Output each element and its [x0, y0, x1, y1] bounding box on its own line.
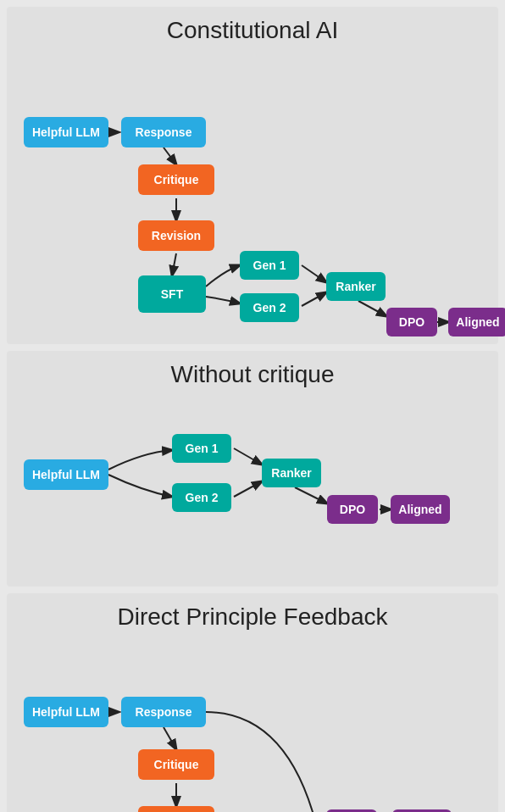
svg-line-10 — [295, 487, 327, 503]
constitutional-ai-panel: Constitutional AI — [7, 7, 498, 344]
node-dpo: DPO — [386, 308, 437, 336]
panel1-arrows — [15, 58, 490, 329]
node-gen2b: Gen 2 — [172, 483, 231, 512]
node-ranker2: Ranker — [262, 459, 321, 487]
node-aligned: Aligned — [448, 308, 505, 336]
svg-line-6 — [358, 301, 386, 316]
node-revision: Revision — [138, 220, 214, 251]
node-helpful-llm2: Helpful LLM — [24, 459, 108, 490]
node-sft: SFT — [138, 275, 206, 313]
svg-line-1 — [164, 147, 176, 164]
panel3-arrows — [15, 644, 490, 812]
node-critique3: Critique — [138, 749, 214, 780]
without-critique-panel: Without critique Helpful LLM Gen 1 Gen 2… — [7, 351, 498, 587]
svg-line-3 — [172, 253, 176, 275]
panel1-diagram: Helpful LLM Response Critique Revision S… — [15, 58, 490, 329]
node-critique: Critique — [138, 164, 214, 195]
node-ranker: Ranker — [326, 272, 386, 301]
node-response: Response — [121, 117, 206, 147]
svg-line-5 — [302, 292, 326, 306]
panel3-diagram: Helpful LLM Response Critique Revision D… — [15, 644, 490, 812]
node-gen2: Gen 2 — [240, 293, 299, 322]
panel3-title: Direct Principle Feedback — [15, 603, 490, 631]
node-gen1: Gen 1 — [240, 251, 299, 280]
node-helpful-llm: Helpful LLM — [24, 117, 108, 147]
direct-principle-feedback-panel: Direct Principle Feedback Helpful LLM Re… — [7, 593, 498, 812]
node-gen1b: Gen 1 — [172, 434, 231, 463]
panel2-title: Without critique — [15, 361, 490, 388]
svg-line-8 — [234, 448, 262, 464]
node-revision3: Revision — [138, 806, 214, 812]
svg-line-4 — [302, 265, 326, 282]
svg-line-13 — [164, 727, 176, 749]
node-dpo2: DPO — [327, 495, 378, 524]
panel2-diagram: Helpful LLM Gen 1 Gen 2 Ranker DPO Align… — [15, 402, 490, 571]
node-aligned2: Aligned — [391, 495, 450, 524]
node-helpful-llm3: Helpful LLM — [24, 697, 108, 727]
node-response3: Response — [121, 697, 206, 727]
svg-line-9 — [234, 481, 262, 497]
panel1-title: Constitutional AI — [15, 17, 490, 44]
